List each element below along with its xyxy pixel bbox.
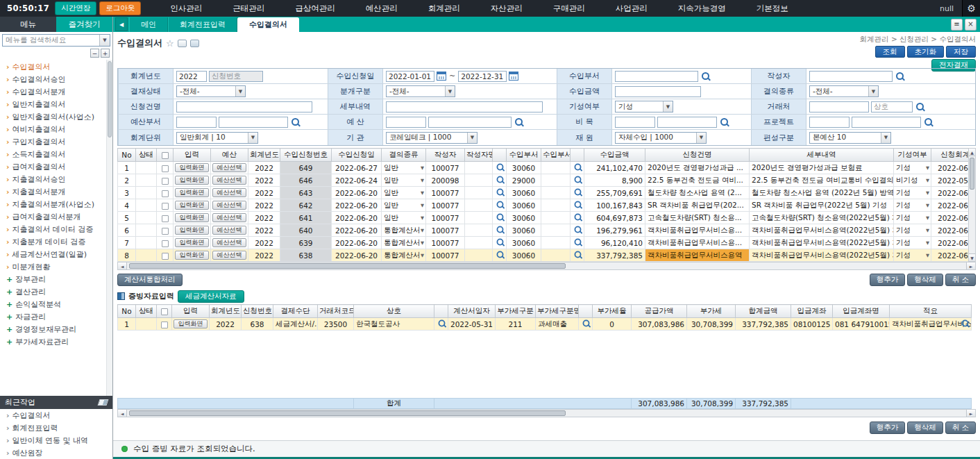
scroll-up-icon[interactable]: ▲ xyxy=(969,149,975,156)
search-icon[interactable] xyxy=(915,101,925,112)
table-row[interactable]: 4입력화면예산선택20226422022-06-20일반▼10007730060… xyxy=(118,199,969,212)
collapse-all-button[interactable]: − xyxy=(90,49,99,58)
table-row[interactable]: 6입력화면예산선택20226402022-06-20통합계산서▼10007730… xyxy=(118,224,969,237)
logout-button[interactable]: 로그아웃 xyxy=(99,1,141,15)
input-open-button[interactable]: 입력화면 xyxy=(175,213,209,222)
sidebar-tab-menu[interactable]: 메뉴 xyxy=(0,17,56,32)
top-menu-item[interactable]: 급상여관리 xyxy=(295,3,335,14)
top-menu-item[interactable]: 구매관리 xyxy=(553,3,585,14)
sidebar-group[interactable]: +부가세자료관리 xyxy=(0,335,106,348)
search-icon[interactable] xyxy=(895,71,905,81)
search-icon[interactable] xyxy=(496,162,505,172)
input-open-button[interactable]: 입력화면 xyxy=(174,319,208,328)
scrollbar-thumb[interactable] xyxy=(129,410,566,416)
sidebar-item[interactable]: ›미분개현황 xyxy=(0,260,106,273)
search-icon[interactable] xyxy=(496,237,505,247)
grid1-horizontal-scrollbar[interactable]: ◄ ► xyxy=(117,262,976,270)
top-menu-item[interactable]: 근태관리 xyxy=(233,3,264,14)
input-open-button[interactable]: 입력화면 xyxy=(175,201,209,210)
filter-select[interactable]: 본예산 10▼ xyxy=(809,132,891,144)
table-row[interactable]: 1입력화면예산선택20226492022-06-27일반▼10007730060… xyxy=(118,162,969,174)
row-checkbox[interactable] xyxy=(161,322,168,328)
sidebar-item[interactable]: ›지출결의서승인 xyxy=(0,173,106,185)
cell-complete[interactable]: 기성▼ xyxy=(894,249,931,262)
filter-input[interactable] xyxy=(657,117,717,128)
favorite-star-icon[interactable]: ☆ xyxy=(166,38,174,49)
search-icon[interactable] xyxy=(573,225,583,235)
cell-kind[interactable]: 일반▼ xyxy=(382,199,426,212)
filter-input[interactable] xyxy=(809,101,869,112)
search-icon[interactable] xyxy=(961,319,970,328)
search-icon[interactable] xyxy=(437,319,447,328)
chevron-down-icon[interactable]: ▼ xyxy=(99,35,110,46)
top-menu-item[interactable]: 예산관리 xyxy=(366,3,398,14)
table-row[interactable]: 1입력화면2022638세금계산서/...23500한국철도공사2022-05-… xyxy=(118,318,972,331)
save-button[interactable]: 저장 xyxy=(946,46,976,58)
row-checkbox[interactable] xyxy=(162,203,169,210)
scroll-right-icon[interactable]: ► xyxy=(966,410,975,417)
scrollbar-thumb[interactable] xyxy=(970,158,974,190)
settings-button[interactable]: ⚙ xyxy=(962,0,980,17)
scrollbar-thumb[interactable] xyxy=(129,263,566,269)
filter-input[interactable] xyxy=(428,117,512,128)
filter-select[interactable]: 자체수입 | 1000▼ xyxy=(615,132,707,144)
filter-input[interactable] xyxy=(386,101,543,112)
sidebar-item[interactable]: ›구입지출결의서 xyxy=(0,135,106,148)
scroll-right-icon[interactable]: ► xyxy=(966,262,975,269)
top-menu-item[interactable]: 사업관리 xyxy=(616,3,648,14)
popup-icon[interactable] xyxy=(190,40,199,47)
search-icon[interactable] xyxy=(514,117,524,127)
budget-open-button[interactable]: 예산선택 xyxy=(212,213,246,222)
filter-input[interactable] xyxy=(176,101,312,112)
cell-kind[interactable]: 일반▼ xyxy=(382,262,426,262)
table-row[interactable]: 3입력화면예산선택20226432022-06-20일반▼10007730060… xyxy=(118,187,969,199)
calendar-icon[interactable] xyxy=(509,72,518,81)
row-checkbox[interactable] xyxy=(162,178,169,185)
column-header[interactable] xyxy=(157,149,174,162)
recent-item[interactable]: ›일반이체 연동 및 내역 xyxy=(0,434,112,447)
filter-select[interactable]: 코레일테크 | 1000▼ xyxy=(386,132,478,144)
scrollbar-track[interactable] xyxy=(969,156,975,253)
reset-button[interactable]: 초기화 xyxy=(907,46,945,58)
sidebar-group[interactable]: +경영정보재무관리 xyxy=(0,323,106,335)
grid1-delete-row-button[interactable]: 행삭제 xyxy=(907,274,943,286)
sidebar-item[interactable]: ›일반지출결의서 xyxy=(0,98,106,110)
tab-scroll-left-button[interactable]: ◀ xyxy=(115,17,128,31)
cell-kind[interactable]: 일반▼ xyxy=(382,212,426,224)
budget-open-button[interactable]: 예산선택 xyxy=(212,238,246,247)
search-icon[interactable] xyxy=(496,175,505,185)
sidebar-item[interactable]: ›일반지출결의서(사업소) xyxy=(0,110,106,123)
search-icon[interactable] xyxy=(700,71,711,81)
filter-input[interactable]: 2022 xyxy=(176,71,207,82)
sidebar-item[interactable]: ›지출분개 데이터 검증 xyxy=(0,235,106,248)
filter-select[interactable]: -전체-▼ xyxy=(386,85,455,97)
search-icon[interactable] xyxy=(496,187,505,197)
filter-select[interactable]: -전체-▼ xyxy=(809,85,879,97)
sidebar-item[interactable]: ›수입결의서승인 xyxy=(0,73,106,85)
sidebar-tab-favorites[interactable]: 즐겨찾기 xyxy=(56,17,112,32)
filter-select[interactable]: 기성▼ xyxy=(615,101,673,112)
filter-input[interactable] xyxy=(615,71,698,82)
sidebar-item[interactable]: ›수입결의서분개 xyxy=(0,85,106,98)
grid2-delete-row-button[interactable]: 행삭제 xyxy=(907,422,943,434)
search-icon[interactable] xyxy=(573,237,583,247)
top-menu-item[interactable]: 자산관리 xyxy=(491,3,523,14)
search-icon[interactable] xyxy=(573,162,583,172)
filter-select[interactable]: 일반회계 | 10▼ xyxy=(176,132,258,144)
sidebar-group[interactable]: +손익실적분석 xyxy=(0,298,106,310)
column-header[interactable] xyxy=(157,305,172,318)
grid2-add-row-button[interactable]: 행추가 xyxy=(870,422,906,434)
row-checkbox[interactable] xyxy=(162,190,169,197)
search-icon[interactable] xyxy=(496,212,505,222)
recent-item[interactable]: ›수입결의서 xyxy=(0,409,112,422)
row-checkbox[interactable] xyxy=(162,215,169,222)
sidebar-group[interactable]: +장부관리 xyxy=(0,273,106,285)
search-button[interactable]: 조회 xyxy=(875,46,905,58)
search-icon[interactable] xyxy=(496,225,505,235)
search-icon[interactable] xyxy=(719,117,729,127)
select-all-checkbox[interactable] xyxy=(162,152,169,159)
sidebar-item[interactable]: ›세금계산서연결(일괄) xyxy=(0,248,106,260)
row-checkbox[interactable] xyxy=(162,165,169,172)
clear-recent-icon[interactable] xyxy=(98,399,109,406)
search-icon[interactable] xyxy=(573,250,583,260)
